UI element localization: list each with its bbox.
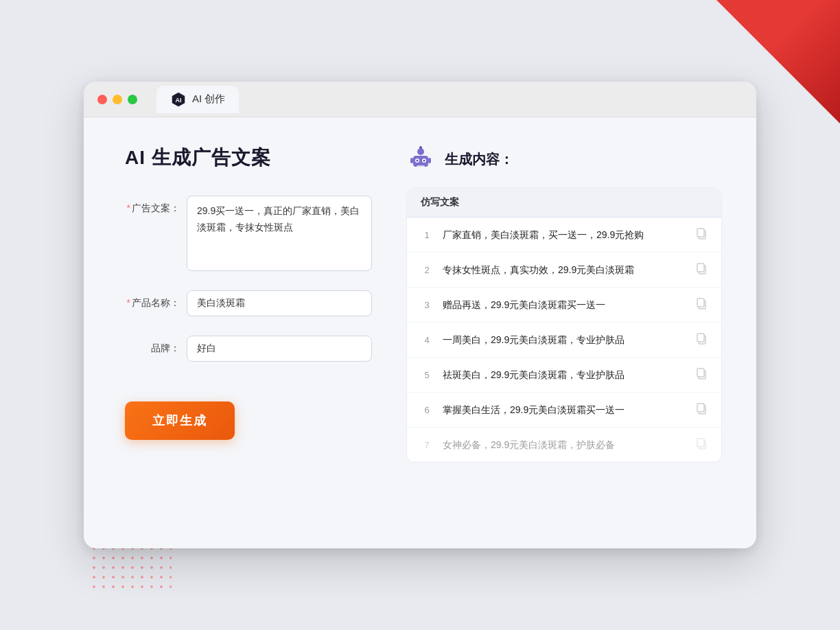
svg-rect-24 [697, 404, 704, 412]
result-row-6: 6掌握美白生活，29.9元美白淡斑霜买一送一 [407, 393, 721, 428]
svg-rect-22 [697, 369, 704, 377]
copy-button-3[interactable] [695, 297, 708, 312]
right-panel: 生成内容： 仿写文案 1厂家直销，美白淡斑霜，买一送一，29.9元抢购2专抹女性… [406, 145, 722, 521]
results-header: 仿写文案 [407, 188, 721, 218]
result-row-1: 1厂家直销，美白淡斑霜，买一送一，29.9元抢购 [407, 218, 721, 253]
result-row-5: 5祛斑美白，29.9元美白淡斑霜，专业护肤品 [407, 358, 721, 393]
row-text-6: 掌握美白生活，29.9元美白淡斑霜买一送一 [443, 403, 686, 417]
left-panel: AI 生成广告文案 *广告文案： 29.9买一送一，真正的厂家直销，美白淡斑霜，… [125, 145, 372, 521]
copy-button-2[interactable] [695, 262, 708, 277]
row-number-1: 1 [421, 230, 433, 240]
svg-point-8 [417, 160, 419, 162]
row-number-7: 7 [421, 440, 433, 450]
product-name-input[interactable] [187, 290, 372, 316]
ad-copy-label: *广告文案： [125, 196, 180, 215]
row-number-5: 5 [421, 370, 433, 380]
main-content: AI 生成广告文案 *广告文案： 29.9买一送一，真正的厂家直销，美白淡斑霜，… [84, 117, 756, 548]
copy-button-4[interactable] [695, 332, 708, 347]
results-table: 仿写文案 1厂家直销，美白淡斑霜，买一送一，29.9元抢购2专抹女性斑点，真实功… [406, 187, 722, 463]
product-name-required: * [127, 297, 130, 308]
row-text-4: 一周美白，29.9元美白淡斑霜，专业护肤品 [443, 333, 686, 347]
svg-rect-20 [697, 334, 704, 342]
row-text-3: 赠品再送，29.9元美白淡斑霜买一送一 [443, 298, 686, 312]
result-row-4: 4一周美白，29.9元美白淡斑霜，专业护肤品 [407, 323, 721, 358]
svg-rect-5 [428, 158, 431, 163]
brand-group: 品牌： [125, 336, 372, 362]
row-number-6: 6 [421, 405, 433, 415]
minimize-button[interactable] [113, 95, 122, 104]
copy-button-7[interactable] [695, 437, 708, 452]
traffic-lights [97, 95, 137, 104]
svg-rect-26 [697, 439, 704, 447]
svg-rect-16 [697, 264, 704, 272]
svg-rect-18 [697, 299, 704, 307]
copy-button-6[interactable] [695, 402, 708, 417]
svg-rect-14 [697, 229, 704, 237]
row-number-4: 4 [421, 335, 433, 345]
ad-copy-required: * [127, 202, 130, 213]
svg-rect-4 [410, 158, 413, 163]
ai-tab-icon: AI [170, 91, 187, 108]
svg-rect-10 [417, 165, 425, 167]
row-text-2: 专抹女性斑点，真实功效，29.9元美白淡斑霜 [443, 263, 686, 277]
title-bar: AI AI 创作 [84, 82, 756, 117]
page-title: AI 生成广告文案 [125, 145, 372, 171]
browser-window: AI AI 创作 AI 生成广告文案 *广告文案： 29.9买一送一，真正的厂家… [84, 82, 756, 548]
maximize-button[interactable] [128, 95, 137, 104]
ad-copy-input[interactable]: 29.9买一送一，真正的厂家直销，美白淡斑霜，专抹女性斑点 [187, 196, 372, 271]
copy-button-1[interactable] [695, 227, 708, 242]
browser-tab[interactable]: AI AI 创作 [156, 86, 239, 113]
row-text-5: 祛斑美白，29.9元美白淡斑霜，专业护肤品 [443, 368, 686, 382]
copy-button-5[interactable] [695, 367, 708, 382]
result-row-7: 7女神必备，29.9元美白淡斑霜，护肤必备 [407, 428, 721, 462]
row-number-3: 3 [421, 300, 433, 310]
close-button[interactable] [97, 95, 107, 104]
brand-input[interactable] [187, 336, 372, 362]
right-title: 生成内容： [445, 150, 513, 169]
row-text-7: 女神必备，29.9元美白淡斑霜，护肤必备 [443, 438, 686, 452]
tab-label: AI 创作 [192, 93, 225, 106]
results-rows-container: 1厂家直销，美白淡斑霜，买一送一，29.9元抢购2专抹女性斑点，真实功效，29.… [407, 218, 721, 462]
svg-text:AI: AI [176, 97, 182, 104]
result-row-2: 2专抹女性斑点，真实功效，29.9元美白淡斑霜 [407, 253, 721, 288]
ad-copy-group: *广告文案： 29.9买一送一，真正的厂家直销，美白淡斑霜，专抹女性斑点 [125, 196, 372, 271]
product-name-group: *产品名称： [125, 290, 372, 316]
row-number-2: 2 [421, 265, 433, 275]
robot-icon [406, 145, 435, 174]
row-text-1: 厂家直销，美白淡斑霜，买一送一，29.9元抢购 [443, 228, 686, 242]
svg-point-12 [419, 146, 422, 149]
generate-button[interactable]: 立即生成 [125, 401, 235, 440]
result-row-3: 3赠品再送，29.9元美白淡斑霜买一送一 [407, 288, 721, 323]
brand-label: 品牌： [125, 336, 180, 355]
product-name-label: *产品名称： [125, 290, 180, 310]
svg-point-9 [423, 160, 425, 162]
right-header: 生成内容： [406, 145, 722, 174]
